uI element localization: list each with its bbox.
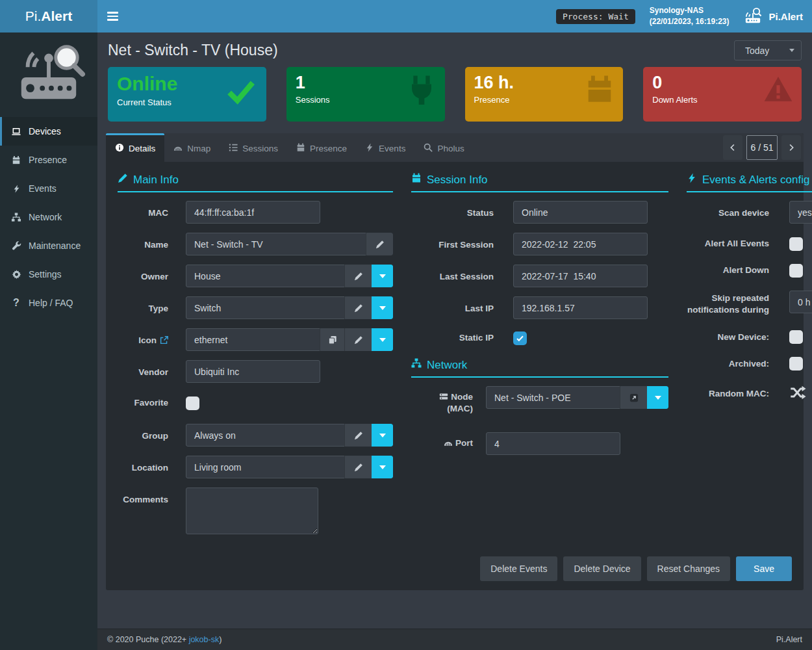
owner-input[interactable] (186, 265, 344, 287)
field-group: Group (118, 424, 393, 447)
info-circle-icon (115, 143, 124, 154)
save-button[interactable]: Save (736, 556, 792, 581)
edit-owner-button[interactable] (344, 265, 372, 287)
tab-sessions[interactable]: Sessions (220, 133, 287, 162)
tab-pholus[interactable]: Pholus (414, 133, 473, 162)
icon-dropdown-button[interactable] (372, 328, 393, 351)
tab-events[interactable]: Events (356, 133, 414, 162)
owner-dropdown-button[interactable] (372, 265, 393, 287)
archived-checkbox[interactable] (789, 357, 803, 370)
edit-name-button[interactable] (366, 233, 393, 255)
sidebar-item-presence[interactable]: Presence (0, 146, 97, 174)
tab-label: Sessions (242, 144, 278, 153)
group-dropdown-button[interactable] (372, 424, 393, 447)
tab-label: Nmap (187, 144, 210, 153)
alerts-config-section: Events & Alerts config Scan device Alert… (687, 173, 812, 546)
skip-notifications-label: Skip repeated notifications during (687, 291, 769, 316)
archived-label: Archived: (687, 358, 769, 370)
node-dropdown-button[interactable] (647, 386, 668, 409)
network-header: Network (411, 358, 668, 378)
card-sessions: 1 Sessions (286, 67, 445, 122)
field-port: Port (411, 432, 668, 455)
icon-label: Icon (118, 328, 168, 351)
new-device-checkbox[interactable] (789, 330, 803, 344)
sidebar-item-label: Settings (29, 269, 62, 280)
period-selected-value: Today (745, 46, 769, 56)
caret-down-icon (379, 338, 386, 342)
scan-device-input[interactable] (789, 201, 812, 224)
tab-details[interactable]: Details (106, 133, 164, 162)
delete-device-button[interactable]: Delete Device (563, 556, 641, 581)
pialert-app: Pi.Alert Process: Wait Synology-NAS (22/… (0, 0, 812, 650)
device-pager: 6 / 51 (720, 133, 804, 162)
period-select[interactable]: Today (734, 40, 802, 60)
edit-location-button[interactable] (344, 456, 372, 478)
skip-notifications-input[interactable] (789, 291, 812, 313)
pencil-icon (354, 431, 363, 440)
search-icon (424, 143, 433, 154)
pencil-icon (375, 240, 385, 249)
node-mac-input[interactable] (486, 386, 620, 409)
last-session-input[interactable] (513, 265, 648, 287)
navbar-app-name: Pi.Alert (768, 11, 803, 22)
edit-icon-button[interactable] (344, 328, 372, 351)
favorite-label: Favorite (118, 397, 168, 409)
sidebar-item-settings[interactable]: Settings (0, 260, 97, 289)
delete-events-button[interactable]: Delete Events (480, 556, 557, 581)
tab-presence[interactable]: Presence (287, 133, 356, 162)
vendor-input[interactable] (186, 360, 320, 383)
footer-brand: Pi.Alert (776, 635, 802, 644)
caret-down-icon (379, 274, 386, 278)
first-session-input[interactable] (513, 233, 648, 255)
sidebar-item-help[interactable]: ? Help / FAQ (0, 289, 97, 317)
sidebar-toggle-button[interactable] (97, 0, 127, 32)
footer-author-link[interactable]: jokob-sk (189, 635, 220, 644)
caret-down-icon (379, 434, 386, 437)
open-node-button[interactable] (620, 386, 647, 409)
reset-changes-button[interactable]: Reset Changes (647, 556, 731, 581)
alert-all-events-checkbox[interactable] (789, 237, 803, 251)
edit-group-button[interactable] (344, 424, 372, 447)
location-dropdown-button[interactable] (372, 456, 393, 478)
question-icon: ? (10, 297, 23, 309)
next-device-button[interactable] (781, 135, 801, 160)
scan-dome-icon (173, 143, 183, 154)
favorite-checkbox[interactable] (186, 396, 199, 410)
sidebar-item-devices[interactable]: Devices (0, 117, 97, 146)
card-presence: 16 h. Presence (465, 67, 624, 122)
copy-icon-button[interactable] (320, 328, 344, 351)
field-static-ip: Static IP (411, 328, 668, 348)
port-input[interactable] (486, 432, 620, 455)
type-input[interactable] (186, 296, 344, 319)
type-dropdown-button[interactable] (372, 296, 393, 319)
prev-device-button[interactable] (723, 135, 742, 160)
sidebar-item-events[interactable]: Events (0, 174, 97, 203)
alert-down-label: Alert Down (687, 265, 769, 276)
sidebar-item-label: Devices (29, 126, 61, 136)
session-info-section: Session Info Status First Session Last S… (411, 173, 668, 546)
tab-nmap[interactable]: Nmap (164, 133, 220, 162)
status-input[interactable] (513, 201, 648, 224)
shuffle-icon (789, 385, 807, 403)
main-info-header: Main Info (118, 173, 393, 192)
calendar-icon (585, 75, 615, 107)
mac-input[interactable] (186, 201, 320, 224)
sidebar-item-maintenance[interactable]: Maintenance (0, 231, 97, 260)
edit-type-button[interactable] (344, 296, 372, 319)
static-ip-checkbox[interactable] (513, 332, 527, 345)
name-input[interactable] (186, 233, 366, 255)
field-owner: Owner (118, 265, 393, 287)
icon-input[interactable] (186, 328, 320, 351)
brand-logo[interactable]: Pi.Alert (0, 0, 97, 32)
pencil-icon (354, 272, 363, 281)
comments-textarea[interactable] (186, 488, 318, 534)
alert-down-checkbox[interactable] (789, 264, 803, 278)
sidebar-item-label: Events (29, 183, 57, 194)
group-input[interactable] (186, 424, 344, 447)
brand-prefix: Pi. (25, 8, 42, 24)
sidebar-item-network[interactable]: Network (0, 203, 97, 231)
external-link-icon[interactable] (160, 336, 168, 344)
last-ip-input[interactable] (513, 296, 648, 319)
location-input[interactable] (186, 456, 344, 478)
navbar-app-link[interactable]: Pi.Alert (743, 7, 803, 26)
